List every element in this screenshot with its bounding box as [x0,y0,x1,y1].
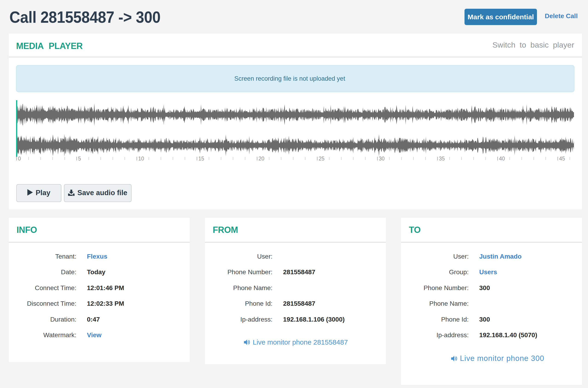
svg-text:10: 10 [138,156,144,162]
svg-text:5: 5 [78,156,81,162]
svg-text:25: 25 [319,156,325,162]
svg-text:35: 35 [439,156,445,162]
svg-text:45: 45 [559,156,565,162]
svg-text:30: 30 [379,156,385,162]
svg-text:15: 15 [199,156,205,162]
svg-text:20: 20 [258,156,264,162]
svg-text:40: 40 [499,156,505,162]
svg-text:0: 0 [18,156,21,162]
